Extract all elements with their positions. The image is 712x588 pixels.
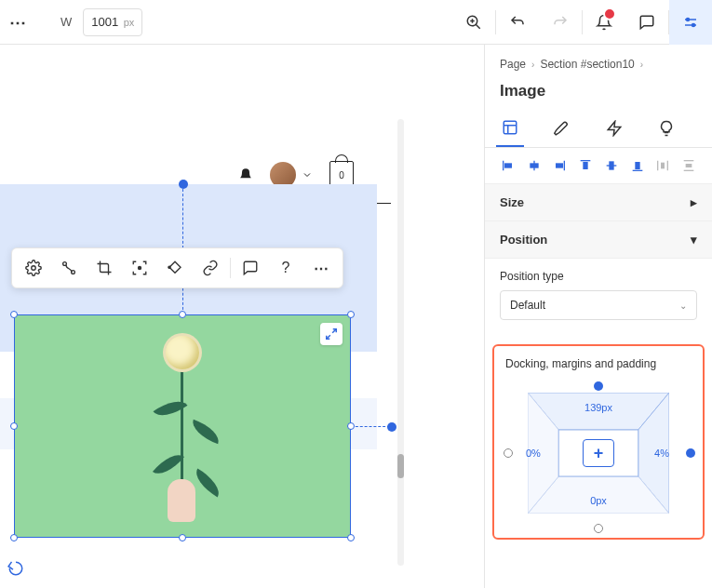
topbar-left: ⋯ W 1001 px: [0, 8, 142, 36]
resize-handle[interactable]: [10, 534, 18, 541]
docking-section: Docking, margins and padding + 139px 4% …: [492, 344, 705, 540]
svg-rect-30: [636, 163, 639, 169]
align-left-icon[interactable]: [500, 157, 517, 174]
position-type-value: Default: [510, 299, 545, 312]
svg-point-13: [139, 267, 141, 270]
more-actions-icon[interactable]: ⋯: [303, 250, 339, 286]
dock-anchor-top[interactable]: [179, 180, 188, 189]
align-top-icon[interactable]: [577, 157, 594, 174]
animation-icon[interactable]: [157, 250, 193, 286]
svg-point-10: [32, 266, 36, 271]
docking-diagram: + 139px 4% 0px 0%: [509, 383, 688, 523]
chevron-right-icon: ▸: [691, 195, 697, 209]
notifications-icon[interactable]: [583, 0, 625, 45]
focal-point-icon[interactable]: [122, 250, 157, 286]
panel-tabs: [485, 112, 712, 148]
scrollbar-thumb[interactable]: [397, 454, 404, 478]
reset-icon[interactable]: [7, 560, 26, 579]
svg-point-11: [63, 262, 67, 266]
crop-icon[interactable]: [87, 250, 122, 286]
comment-icon[interactable]: [233, 250, 268, 286]
resize-handle[interactable]: [10, 311, 18, 318]
crumb-root[interactable]: Page: [500, 58, 526, 71]
more-icon[interactable]: ⋯: [4, 12, 33, 33]
dock-left[interactable]: [504, 448, 513, 458]
resize-handle[interactable]: [10, 422, 18, 430]
distribute-v-icon[interactable]: [680, 157, 697, 174]
zoom-in-icon[interactable]: [452, 0, 495, 45]
align-bottom-icon[interactable]: [629, 157, 646, 174]
tab-interactions[interactable]: [600, 112, 628, 147]
cart-count: 0: [339, 170, 344, 180]
docking-label: Docking, margins and padding: [505, 357, 695, 370]
position-label: Position: [500, 233, 547, 247]
svg-point-7: [692, 23, 695, 26]
comments-icon[interactable]: [625, 0, 668, 45]
dock-top[interactable]: [594, 381, 603, 391]
help-icon[interactable]: ?: [268, 250, 303, 286]
padding-add-button[interactable]: +: [583, 439, 614, 467]
svg-rect-26: [584, 163, 587, 169]
align-center-v-icon[interactable]: [603, 157, 620, 174]
resize-handle[interactable]: [347, 422, 355, 430]
distribute-h-icon[interactable]: [655, 157, 672, 174]
svg-line-1: [476, 24, 480, 29]
main-area: 0: [0, 45, 712, 588]
margin-top-value[interactable]: 139px: [584, 402, 612, 413]
align-right-icon[interactable]: [552, 157, 569, 174]
svg-rect-36: [686, 165, 691, 167]
resize-handle[interactable]: [179, 311, 186, 318]
resize-handle[interactable]: [179, 534, 186, 541]
canvas-scrollbar[interactable]: [397, 119, 404, 566]
alignment-row: [485, 148, 712, 184]
position-type-select[interactable]: Default ⌄: [500, 290, 697, 320]
size-section-header[interactable]: Size ▸: [485, 184, 712, 221]
tab-ideas[interactable]: [652, 112, 680, 147]
position-section: Position type Default ⌄: [485, 259, 712, 331]
svg-point-6: [687, 18, 690, 20]
viewport-width-value: 1001: [91, 15, 118, 29]
unit-label: px: [124, 17, 135, 28]
topbar-right: [452, 0, 712, 44]
canvas[interactable]: 0: [0, 45, 484, 588]
settings-icon[interactable]: [16, 250, 51, 286]
dock-right[interactable]: [686, 448, 695, 458]
dock-anchor-right[interactable]: [387, 422, 396, 432]
image-content: [127, 336, 238, 522]
size-label: Size: [500, 195, 524, 209]
tab-layout[interactable]: [496, 112, 524, 147]
path-icon[interactable]: [51, 250, 87, 286]
link-icon[interactable]: [193, 250, 228, 286]
tab-design[interactable]: [548, 112, 576, 147]
separator: [230, 258, 231, 278]
margin-right-value[interactable]: 4%: [654, 448, 669, 459]
chevron-right-icon: ›: [640, 60, 643, 70]
redo-icon[interactable]: [539, 0, 582, 45]
width-label: W: [60, 15, 72, 29]
svg-marker-18: [608, 122, 621, 136]
margin-left-value[interactable]: 0%: [526, 448, 541, 459]
inspector-toggle-icon[interactable]: [669, 0, 712, 45]
breadcrumb[interactable]: Page › Section #section10 ›: [485, 45, 712, 76]
expand-icon[interactable]: [320, 323, 343, 345]
floating-toolbar: ? ⋯: [11, 247, 343, 288]
inspector-panel: Page › Section #section10 › Image Size ▸: [484, 45, 712, 588]
dock-bottom[interactable]: [594, 524, 603, 533]
viewport-width-input[interactable]: 1001 px: [83, 8, 142, 36]
resize-handle[interactable]: [347, 534, 355, 541]
undo-icon[interactable]: [496, 0, 539, 45]
chevron-down-icon: [302, 169, 313, 180]
crumb-item[interactable]: Section #section10: [540, 58, 634, 71]
selected-image[interactable]: [14, 314, 351, 538]
top-bar: ⋯ W 1001 px: [0, 0, 712, 45]
svg-rect-33: [662, 163, 665, 167]
align-center-h-icon[interactable]: [526, 157, 543, 174]
chevron-down-icon: ▾: [691, 233, 697, 247]
position-section-header[interactable]: Position ▾: [485, 221, 712, 259]
position-type-label: Position type: [500, 270, 697, 283]
margin-bottom-value[interactable]: 0px: [590, 495, 607, 506]
resize-handle[interactable]: [347, 311, 355, 318]
svg-rect-28: [610, 162, 613, 169]
bell-icon[interactable]: [238, 167, 253, 182]
svg-rect-20: [505, 164, 512, 167]
